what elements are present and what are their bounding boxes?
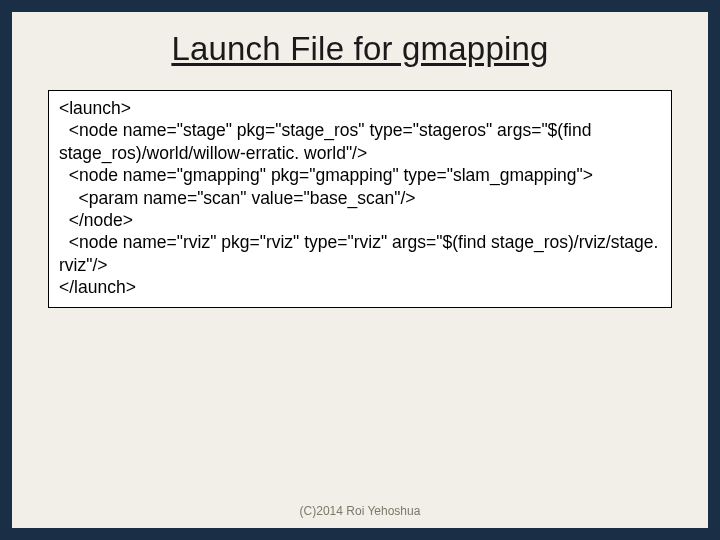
code-block: <launch> <node name="stage" pkg="stage_r… (48, 90, 672, 308)
slide-title: Launch File for gmapping (42, 30, 678, 68)
footer-copyright: (C)2014 Roi Yehoshua (12, 504, 708, 518)
slide: Launch File for gmapping <launch> <node … (12, 12, 708, 528)
